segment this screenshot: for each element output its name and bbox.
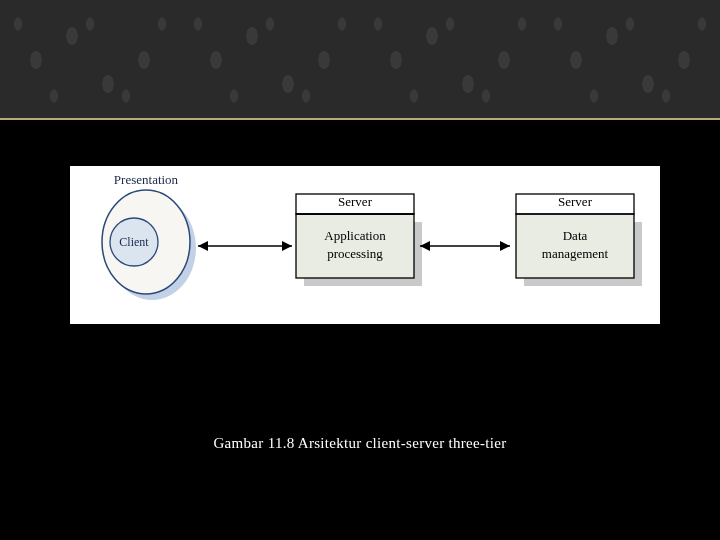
app-label-2: processing: [327, 246, 383, 261]
arrowhead-left-1: [198, 241, 208, 251]
damask-pattern: [0, 0, 720, 118]
presentation-label: Presentation: [114, 172, 179, 187]
data-group-label: Server: [558, 194, 593, 209]
app-group-label: Server: [338, 194, 373, 209]
arrowhead-right-1: [282, 241, 292, 251]
data-label-1: Data: [563, 228, 588, 243]
data-label-2: management: [542, 246, 609, 261]
client-label: Client: [119, 235, 149, 249]
arrowhead-right-2: [500, 241, 510, 251]
figure-caption: Gambar 11.8 Arsitektur client-server thr…: [0, 435, 720, 452]
slide-header-band: [0, 0, 720, 120]
three-tier-svg: Client Presentation Server Application p…: [70, 166, 660, 324]
app-label-1: Application: [324, 228, 386, 243]
architecture-diagram: Client Presentation Server Application p…: [70, 166, 660, 324]
